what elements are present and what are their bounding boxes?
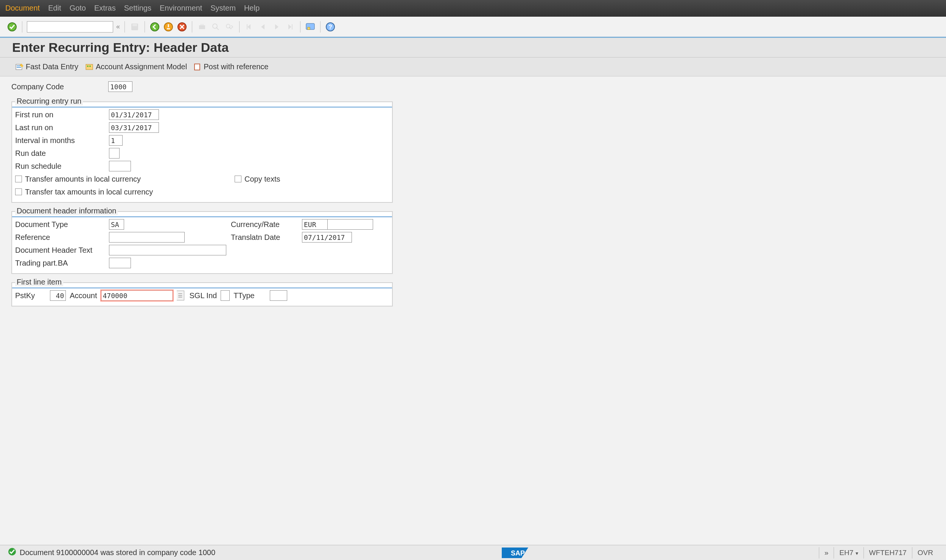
run-date-label: Run date <box>15 149 109 158</box>
trading-ba-label: Trading part.BA <box>15 259 109 268</box>
command-field[interactable] <box>27 21 113 33</box>
ttype-label: TType <box>233 291 255 300</box>
titlebar: Enter Recurring Entry: Header Data <box>0 38 946 58</box>
system-toolbar: « ? <box>0 17 946 38</box>
trading-ba-field[interactable] <box>109 258 131 268</box>
company-code-field[interactable] <box>108 81 132 92</box>
status-message: Document 9100000004 was stored in compan… <box>20 548 215 557</box>
new-session-icon[interactable] <box>305 22 316 32</box>
menu-goto[interactable]: Goto <box>70 4 86 12</box>
interval-label: Interval in months <box>15 136 109 145</box>
group-first-line-item: First line item PstKy Account ☰ SGL Ind … <box>11 282 393 306</box>
group-doc-legend: Document header information <box>15 207 118 215</box>
svg-line-11 <box>229 27 231 29</box>
ok-icon[interactable] <box>7 22 17 32</box>
print-icon[interactable] <box>197 22 207 32</box>
group-recurring-entry-run: Recurring entry run First run on Last ru… <box>11 101 393 203</box>
menu-extras[interactable]: Extras <box>94 4 116 12</box>
find-icon[interactable] <box>210 22 221 32</box>
first-run-field[interactable] <box>109 109 159 120</box>
svg-text:SAP: SAP <box>511 549 525 557</box>
menu-environment[interactable]: Environment <box>160 4 202 12</box>
svg-line-9 <box>216 28 219 30</box>
transfer-tax-checkbox[interactable] <box>15 188 22 195</box>
find-next-icon[interactable] <box>224 22 235 32</box>
prev-page-icon[interactable] <box>258 22 268 32</box>
last-run-label: Last run on <box>15 123 109 132</box>
reference-label: Reference <box>15 233 109 242</box>
interval-field[interactable] <box>109 135 123 146</box>
group-document-header: Document header information Document Typ… <box>11 211 393 274</box>
menu-settings[interactable]: Settings <box>124 4 151 12</box>
status-more-icon[interactable]: » <box>819 547 834 558</box>
currency-rate-label: Currency/Rate <box>231 220 302 229</box>
svg-rect-2 <box>132 24 137 26</box>
status-ok-icon <box>8 547 17 558</box>
cancel-icon[interactable] <box>177 22 187 32</box>
pstky-field[interactable] <box>50 290 66 301</box>
run-schedule-label: Run schedule <box>15 162 109 171</box>
status-client: WFTEH717 <box>864 547 912 558</box>
copy-texts-label: Copy texts <box>244 175 280 184</box>
svg-rect-12 <box>247 24 247 30</box>
group-line-legend: First line item <box>15 278 63 286</box>
header-text-field[interactable] <box>109 245 226 255</box>
ttype-field[interactable] <box>270 290 287 301</box>
account-assignment-model-label: Account Assignment Model <box>96 62 187 71</box>
app-toolbar: Fast Data Entry Account Assignment Model… <box>0 58 946 76</box>
svg-rect-14 <box>306 23 314 30</box>
menu-document[interactable]: Document <box>5 4 40 12</box>
last-run-field[interactable] <box>109 122 159 133</box>
next-page-icon[interactable] <box>271 22 282 32</box>
svg-rect-20 <box>87 65 89 67</box>
reference-field[interactable] <box>109 232 185 243</box>
help-icon[interactable]: ? <box>325 22 336 32</box>
svg-point-3 <box>151 23 159 31</box>
run-date-field[interactable] <box>109 148 120 159</box>
status-bar: Document 9100000004 was stored in compan… <box>0 545 946 560</box>
copy-texts-checkbox[interactable] <box>235 176 241 182</box>
transfer-tax-label: Transfer tax amounts in local currency <box>25 188 153 196</box>
company-code-label: Company Code <box>11 82 108 91</box>
fast-data-entry-label: Fast Data Entry <box>26 62 78 71</box>
exit-icon[interactable] <box>163 22 174 32</box>
status-system[interactable]: EH7 ▾ <box>834 547 863 558</box>
post-with-reference-button[interactable]: Post with reference <box>194 62 268 71</box>
run-schedule-field[interactable] <box>109 161 131 171</box>
form-area: Company Code Recurring entry run First r… <box>0 76 946 310</box>
translation-date-field[interactable] <box>302 232 352 243</box>
svg-rect-22 <box>194 64 200 70</box>
header-text-label: Document Header Text <box>15 246 109 255</box>
first-page-icon[interactable] <box>244 22 255 32</box>
svg-rect-21 <box>89 65 91 67</box>
transfer-amounts-checkbox[interactable] <box>15 176 22 182</box>
search-help-icon[interactable]: ☰ <box>177 291 184 300</box>
account-field[interactable] <box>101 290 173 301</box>
save-icon[interactable] <box>129 22 140 32</box>
sgl-ind-label: SGL Ind <box>190 291 217 300</box>
menubar: Document Edit Goto Extras Settings Envir… <box>0 0 946 17</box>
back-icon[interactable] <box>149 22 160 32</box>
document-type-label: Document Type <box>15 220 109 229</box>
last-page-icon[interactable] <box>285 22 296 32</box>
svg-rect-15 <box>308 27 310 30</box>
account-assignment-model-button[interactable]: Account Assignment Model <box>85 62 187 71</box>
document-type-field[interactable] <box>109 219 124 230</box>
menu-edit[interactable]: Edit <box>48 4 61 12</box>
sgl-ind-field[interactable] <box>221 290 230 301</box>
translation-date-label: Translatn Date <box>231 233 302 242</box>
pstky-label: PstKy <box>15 291 35 300</box>
menu-system[interactable]: System <box>210 4 236 12</box>
status-mode: OVR <box>912 547 938 558</box>
group-recurring-legend: Recurring entry run <box>15 97 83 106</box>
menu-help[interactable]: Help <box>244 4 260 12</box>
transfer-amounts-label: Transfer amounts in local currency <box>25 175 141 184</box>
collapse-cmd-icon[interactable]: « <box>116 23 120 31</box>
svg-rect-13 <box>292 24 293 30</box>
first-run-label: First run on <box>15 110 109 119</box>
svg-rect-7 <box>200 24 204 26</box>
currency-field[interactable] <box>302 219 328 230</box>
fast-data-entry-button[interactable]: Fast Data Entry <box>15 62 78 71</box>
sap-logo: SAP <box>500 545 534 560</box>
rate-field[interactable] <box>328 219 373 230</box>
